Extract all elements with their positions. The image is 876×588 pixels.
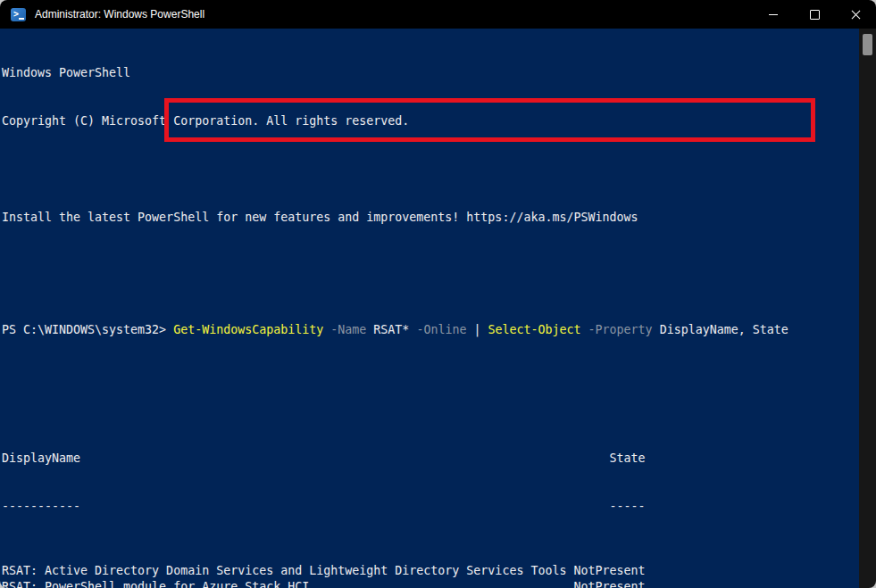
command-segment: Get-WindowsCapability bbox=[173, 323, 323, 336]
command-segment: DisplayName, State bbox=[660, 323, 788, 336]
command-segment bbox=[166, 323, 173, 336]
command-segment: -Property bbox=[588, 323, 653, 336]
powershell-icon: > bbox=[11, 8, 26, 21]
command-text: Get-WindowsCapability -Name RSAT* -Onlin… bbox=[166, 323, 788, 336]
powershell-window: > Administrator: Windows PowerShell Wind… bbox=[0, 0, 876, 588]
row-state: NotPresent bbox=[573, 563, 645, 579]
row-displayname: RSAT: PowerShell module for Azure Stack … bbox=[2, 579, 573, 588]
window-controls bbox=[753, 0, 876, 29]
minimize-icon bbox=[769, 14, 778, 15]
table-rows: RSAT: Active Directory Domain Services a… bbox=[2, 563, 859, 588]
banner-line: Windows PowerShell bbox=[2, 65, 859, 81]
scrollbar[interactable] bbox=[859, 29, 876, 588]
copyright-line: Copyright (C) Microsoft Corporation. All… bbox=[2, 113, 859, 129]
table-header-displayname: DisplayName bbox=[2, 451, 573, 467]
row-displayname: RSAT: Active Directory Domain Services a… bbox=[2, 563, 573, 579]
table-row: RSAT: Active Directory Domain Services a… bbox=[2, 563, 859, 579]
command-segment: -Name bbox=[330, 323, 366, 336]
minimize-button[interactable] bbox=[753, 0, 794, 29]
command-segment: | bbox=[466, 323, 488, 336]
title-bar: > Administrator: Windows PowerShell bbox=[0, 0, 876, 29]
command-segment: RSAT* bbox=[373, 323, 409, 336]
blank-line bbox=[2, 386, 859, 402]
maximize-icon bbox=[810, 10, 820, 20]
powershell-icon-underscore bbox=[19, 18, 24, 20]
table-header-state: State bbox=[573, 451, 645, 467]
table-underline-displayname: ----------- bbox=[2, 499, 573, 515]
close-button[interactable] bbox=[835, 0, 876, 29]
window-title: Administrator: Windows PowerShell bbox=[35, 8, 204, 21]
terminal-output[interactable]: Windows PowerShell Copyright (C) Microso… bbox=[0, 29, 859, 588]
close-icon bbox=[851, 10, 861, 20]
command-line: PS C:\WINDOWS\system32> Get-WindowsCapab… bbox=[2, 322, 859, 338]
row-state: NotPresent bbox=[573, 579, 645, 588]
prompt-text: PS C:\WINDOWS\system32> bbox=[2, 323, 166, 336]
command-segment bbox=[581, 323, 588, 336]
command-segment: -Online bbox=[416, 323, 466, 336]
blank-line bbox=[2, 161, 859, 178]
table-header-row: DisplayNameState bbox=[2, 451, 859, 467]
table-underline-row: ---------------- bbox=[2, 499, 859, 515]
blank-line bbox=[2, 258, 859, 274]
table-underline-state: ----- bbox=[573, 499, 645, 515]
scrollbar-thumb[interactable] bbox=[863, 34, 872, 55]
command-segment bbox=[653, 323, 660, 336]
table-row: RSAT: PowerShell module for Azure Stack … bbox=[2, 579, 859, 588]
update-notice-line: Install the latest PowerShell for new fe… bbox=[2, 210, 859, 226]
maximize-button[interactable] bbox=[794, 0, 835, 29]
command-segment: Select-Object bbox=[488, 323, 580, 336]
